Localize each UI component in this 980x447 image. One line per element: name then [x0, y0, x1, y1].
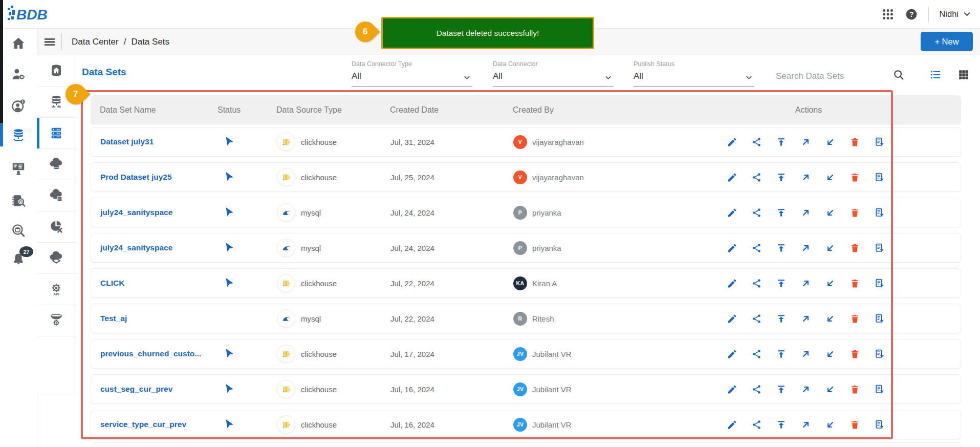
grid-view-icon[interactable] — [957, 69, 970, 81]
copy-with-filter-button[interactable] — [874, 172, 885, 183]
delete-button[interactable] — [850, 243, 860, 253]
dataset-name-link[interactable]: service_type_cur_prev — [100, 420, 218, 429]
delete-button[interactable] — [850, 172, 860, 183]
dataset-name-link[interactable]: Prod Dataset juy25 — [100, 173, 218, 182]
table-row[interactable]: Prod Dataset juy25clickhouseJul, 25, 202… — [91, 162, 961, 192]
dataset-name-link[interactable]: CLICK — [100, 279, 218, 288]
sidebar-item-presentation[interactable] — [0, 160, 37, 177]
push-to-prod-button[interactable] — [800, 172, 811, 183]
sidebar-item-home[interactable] — [0, 35, 37, 52]
apps-grid-icon[interactable] — [881, 8, 895, 21]
breadcrumb-data-center[interactable]: Data Center — [72, 37, 119, 47]
copy-with-filter-button[interactable] — [874, 278, 885, 289]
edit-button[interactable] — [727, 137, 737, 147]
publish-button[interactable] — [776, 243, 787, 253]
edit-button[interactable] — [727, 207, 737, 218]
pull-from-prod-button[interactable] — [825, 313, 836, 324]
push-to-prod-button[interactable] — [800, 419, 811, 430]
publish-button[interactable] — [776, 278, 787, 289]
pull-from-prod-button[interactable] — [825, 419, 836, 430]
filter-publish-status[interactable]: Publish Status All — [634, 59, 754, 87]
table-row[interactable]: Test_ajmysqlJul, 22, 2024RRitesh — [91, 304, 961, 333]
publish-button[interactable] — [776, 419, 787, 430]
new-button[interactable]: + New — [921, 32, 973, 51]
publish-button[interactable] — [776, 207, 787, 218]
table-row[interactable]: previous_churned_custo...clickhouseJul, … — [91, 339, 961, 369]
share-button[interactable] — [751, 313, 762, 324]
table-row[interactable]: july24_sanityspacemysqlJul, 24, 2024Ppri… — [91, 198, 961, 227]
sidebar-item-data-center-home[interactable] — [37, 55, 76, 87]
copy-with-filter-button[interactable] — [874, 419, 885, 430]
push-to-prod-button[interactable] — [800, 278, 811, 289]
share-button[interactable] — [751, 207, 762, 218]
edit-button[interactable] — [727, 243, 737, 253]
publish-button[interactable] — [776, 349, 787, 359]
copy-with-filter-button[interactable] — [874, 207, 885, 218]
edit-button[interactable] — [727, 172, 737, 183]
sidebar-item-data-store-metadata[interactable]: </> — [37, 180, 76, 211]
share-button[interactable] — [751, 384, 762, 395]
sidebar-item-data-stores[interactable] — [37, 149, 76, 180]
dataset-name-link[interactable]: july24_sanityspace — [100, 243, 218, 252]
delete-button[interactable] — [850, 313, 860, 324]
publish-button[interactable] — [776, 137, 787, 147]
push-to-prod-button[interactable] — [800, 243, 811, 253]
table-row[interactable]: service_type_cur_prevclickhouseJul, 16, … — [91, 410, 961, 439]
sidebar-item-api-services[interactable]: API — [37, 274, 76, 305]
dataset-name-link[interactable]: Test_aj — [100, 314, 218, 323]
sidebar-item-data-center[interactable] — [0, 126, 37, 144]
hamburger-menu-icon[interactable] — [43, 35, 56, 49]
pull-from-prod-button[interactable] — [825, 243, 836, 253]
sidebar-item-data-sheets[interactable] — [37, 243, 76, 274]
push-to-prod-button[interactable] — [800, 207, 811, 218]
sidebar-item-etl[interactable] — [37, 305, 76, 336]
edit-button[interactable] — [727, 349, 737, 359]
edit-button[interactable] — [727, 278, 737, 289]
sidebar-item-user-management[interactable] — [0, 66, 37, 83]
copy-with-filter-button[interactable] — [874, 349, 885, 359]
filter-data-connector-type[interactable]: Data Connector Type All — [352, 59, 472, 87]
delete-button[interactable] — [850, 349, 860, 359]
dataset-name-link[interactable]: Dataset july31 — [100, 137, 218, 146]
dataset-name-link[interactable]: cust_seg_cur_prev — [100, 385, 218, 394]
pull-from-prod-button[interactable] — [825, 137, 836, 147]
pull-from-prod-button[interactable] — [825, 278, 836, 289]
edit-button[interactable] — [727, 313, 737, 324]
sidebar-item-account-info[interactable] — [0, 97, 37, 115]
edit-button[interactable] — [727, 419, 737, 430]
share-button[interactable] — [751, 419, 762, 430]
pull-from-prod-button[interactable] — [825, 349, 836, 359]
table-row[interactable]: Dataset july31clickhouseJul, 31, 2024Vvi… — [91, 127, 961, 157]
push-to-prod-button[interactable] — [800, 384, 811, 395]
share-button[interactable] — [751, 278, 762, 289]
sidebar-item-data-sets[interactable] — [37, 118, 76, 149]
list-view-icon[interactable] — [929, 69, 942, 81]
pull-from-prod-button[interactable] — [825, 384, 836, 395]
delete-button[interactable] — [850, 419, 860, 430]
publish-button[interactable] — [776, 384, 787, 395]
user-menu[interactable]: Nidhi — [939, 9, 972, 19]
share-button[interactable] — [751, 349, 762, 359]
publish-button[interactable] — [776, 172, 787, 183]
share-button[interactable] — [751, 172, 762, 183]
edit-button[interactable] — [727, 384, 737, 395]
delete-button[interactable] — [850, 384, 860, 395]
copy-with-filter-button[interactable] — [874, 137, 885, 147]
dataset-name-link[interactable]: previous_churned_custo... — [100, 349, 218, 358]
search-input[interactable] — [775, 71, 884, 82]
pull-from-prod-button[interactable] — [825, 207, 836, 218]
sidebar-item-data-search[interactable] — [0, 222, 37, 239]
dataset-name-link[interactable]: july24_sanityspace — [100, 208, 218, 217]
publish-button[interactable] — [776, 313, 787, 324]
delete-button[interactable] — [850, 207, 860, 218]
share-button[interactable] — [751, 137, 762, 147]
table-row[interactable]: CLICKclickhouseJul, 22, 2024KAKiran A — [91, 268, 961, 298]
copy-with-filter-button[interactable] — [874, 313, 885, 324]
copy-with-filter-button[interactable] — [874, 243, 885, 253]
share-button[interactable] — [751, 243, 762, 253]
push-to-prod-button[interactable] — [800, 349, 811, 359]
copy-with-filter-button[interactable] — [874, 384, 885, 395]
search-icon[interactable] — [892, 69, 905, 81]
table-row[interactable]: cust_seg_cur_prevclickhouseJul, 16, 2024… — [91, 374, 961, 404]
table-row[interactable]: july24_sanityspacemysqlJul, 24, 2024Ppri… — [91, 233, 961, 263]
